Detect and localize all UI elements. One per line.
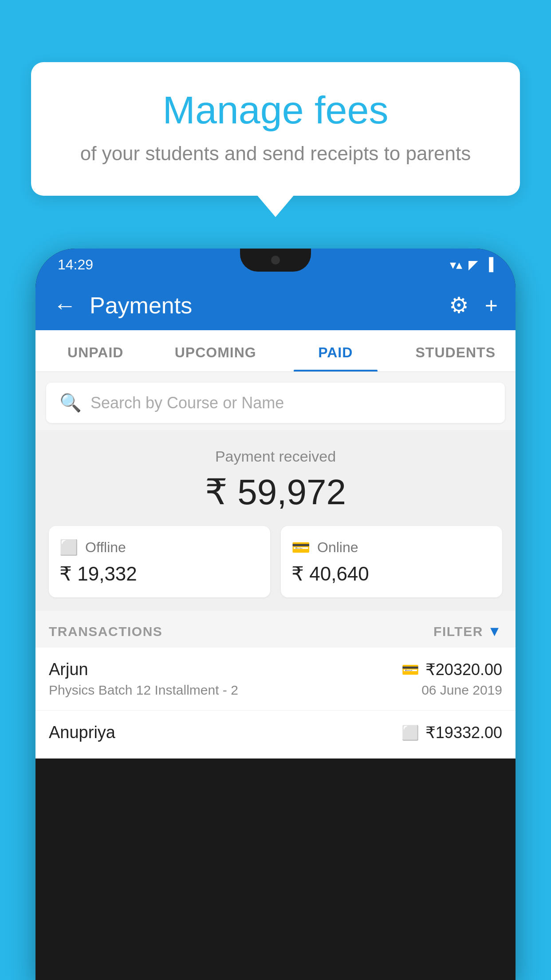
camera-dot (271, 256, 280, 265)
screen-content: 🔍 Search by Course or Name Payment recei… (35, 372, 516, 759)
transaction-date-0: 06 June 2019 (421, 683, 502, 698)
table-row[interactable]: Arjun 💳 ₹20320.00 Physics Batch 12 Insta… (35, 648, 516, 711)
online-amount: ₹ 40,640 (291, 562, 492, 585)
phone-frame: 14:29 ▾▴ ◤ ▐ ← Payments ⚙ + UNPAID UPCOM… (35, 249, 516, 980)
filter-label: FILTER (433, 624, 483, 639)
search-bar[interactable]: 🔍 Search by Course or Name (46, 383, 505, 423)
offline-card-header: ⬜ Offline (59, 538, 260, 556)
transaction-desc-0: Physics Batch 12 Installment - 2 (49, 683, 238, 698)
wifi-icon: ▾▴ (450, 257, 462, 272)
status-bar: 14:29 ▾▴ ◤ ▐ (35, 249, 516, 281)
battery-icon: ▐ (484, 257, 493, 272)
transaction-amount-wrap-0: 💳 ₹20320.00 (401, 660, 502, 679)
app-bar: ← Payments ⚙ + (35, 281, 516, 330)
transactions-label: TRANSACTIONS (49, 624, 162, 639)
transaction-name-1: Anupriya (49, 723, 115, 742)
online-payment-icon-0: 💳 (401, 661, 419, 678)
payment-total-amount: ₹ 59,972 (49, 471, 502, 513)
transaction-name-0: Arjun (49, 660, 88, 679)
signal-icon: ◤ (468, 257, 478, 272)
speech-bubble: Manage fees of your students and send re… (31, 62, 520, 196)
table-row[interactable]: Anupriya ⬜ ₹19332.00 (35, 711, 516, 759)
tab-bar: UNPAID UPCOMING PAID STUDENTS (35, 330, 516, 372)
app-bar-actions: ⚙ + (449, 292, 498, 318)
transaction-bottom-0: Physics Batch 12 Installment - 2 06 June… (49, 683, 502, 698)
payment-cards: ⬜ Offline ₹ 19,332 💳 Online ₹ 40,640 (49, 526, 502, 597)
tab-students[interactable]: STUDENTS (396, 330, 516, 371)
back-button[interactable]: ← (53, 292, 76, 319)
filter-icon: ▼ (488, 623, 502, 640)
transactions-header: TRANSACTIONS FILTER ▼ (35, 611, 516, 648)
search-placeholder: Search by Course or Name (91, 394, 284, 412)
tab-paid[interactable]: PAID (276, 330, 396, 371)
online-label: Online (317, 539, 358, 556)
transaction-amount-0: ₹20320.00 (425, 660, 502, 679)
offline-payment-card: ⬜ Offline ₹ 19,332 (49, 526, 270, 597)
payment-summary: Payment received ₹ 59,972 ⬜ Offline ₹ 19… (35, 430, 516, 611)
status-time: 14:29 (58, 257, 93, 273)
online-payment-card: 💳 Online ₹ 40,640 (281, 526, 502, 597)
search-icon: 🔍 (59, 392, 82, 413)
bubble-title: Manage fees (58, 89, 493, 132)
add-button[interactable]: + (485, 292, 498, 318)
status-icons: ▾▴ ◤ ▐ (450, 257, 493, 272)
offline-icon: ⬜ (59, 538, 78, 556)
transaction-amount-wrap-1: ⬜ ₹19332.00 (401, 723, 502, 742)
online-icon: 💳 (291, 538, 310, 556)
filter-button[interactable]: FILTER ▼ (433, 623, 502, 640)
gear-icon[interactable]: ⚙ (449, 292, 469, 318)
tab-upcoming[interactable]: UPCOMING (156, 330, 276, 371)
payment-received-label: Payment received (49, 448, 502, 465)
transaction-top-0: Arjun 💳 ₹20320.00 (49, 660, 502, 679)
bubble-subtitle: of your students and send receipts to pa… (58, 142, 493, 165)
notch (240, 249, 311, 272)
online-card-header: 💳 Online (291, 538, 492, 556)
transaction-list: Arjun 💳 ₹20320.00 Physics Batch 12 Insta… (35, 648, 516, 759)
transaction-top-1: Anupriya ⬜ ₹19332.00 (49, 723, 502, 742)
offline-amount: ₹ 19,332 (59, 562, 260, 585)
tab-unpaid[interactable]: UNPAID (35, 330, 156, 371)
offline-label: Offline (85, 539, 126, 556)
transaction-amount-1: ₹19332.00 (425, 723, 502, 742)
offline-payment-icon-1: ⬜ (401, 724, 419, 741)
app-bar-title: Payments (90, 292, 436, 319)
